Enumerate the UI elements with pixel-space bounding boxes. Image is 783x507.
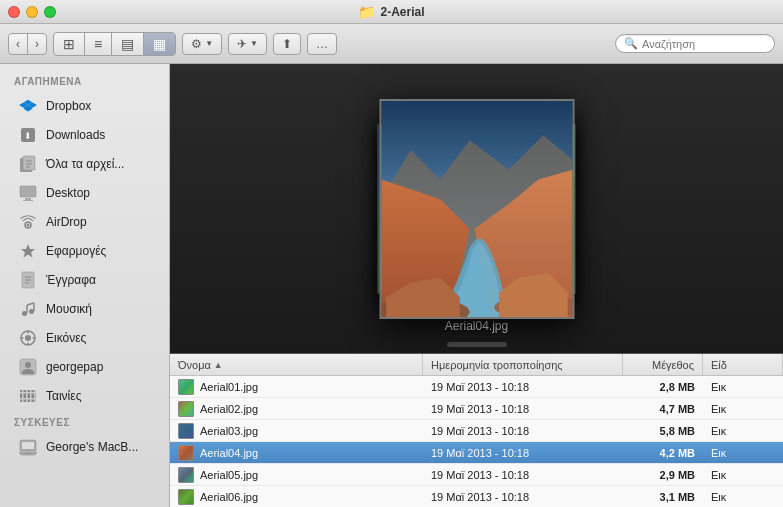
table-row[interactable]: Aerial05.jpg 19 Μαϊ 2013 - 10:18 2,9 MB … <box>170 464 783 486</box>
file-cell-size: 4,7 MB <box>623 398 703 419</box>
docs-icon <box>18 270 38 290</box>
file-cell-date: 19 Μαϊ 2013 - 10:18 <box>423 486 623 507</box>
file-cell-size: 5,8 MB <box>623 420 703 441</box>
file-thumbnail <box>178 379 194 395</box>
window-title: 📁 2-Aerial <box>358 4 424 20</box>
file-name-label: Aerial01.jpg <box>200 381 258 393</box>
sidebar-section-devices: ΣΥΣΚΕΥΕΣ <box>0 411 169 432</box>
sidebar-item-desktop[interactable]: Desktop <box>4 179 165 207</box>
close-button[interactable] <box>8 6 20 18</box>
file-cell-kind: Εικ <box>703 442 783 463</box>
svg-rect-39 <box>30 390 32 402</box>
upload-icon: ⬆ <box>282 37 292 51</box>
sidebar-item-mac[interactable]: George's MacB... <box>4 433 165 461</box>
view-columns-button[interactable]: ▤ <box>112 33 144 55</box>
table-row[interactable]: Aerial02.jpg 19 Μαϊ 2013 - 10:18 4,7 MB … <box>170 398 783 420</box>
file-cell-name: Aerial03.jpg <box>170 420 423 441</box>
file-cell-date: 19 Μαϊ 2013 - 10:18 <box>423 398 623 419</box>
cover-item-center[interactable] <box>379 99 574 319</box>
table-row[interactable]: Aerial04.jpg 19 Μαϊ 2013 - 10:18 4,2 MB … <box>170 442 783 464</box>
sidebar-item-all-files[interactable]: Όλα τα αρχεί... <box>4 150 165 178</box>
music-icon <box>18 299 38 319</box>
desktop-icon <box>18 183 38 203</box>
file-cell-size: 4,2 MB <box>623 442 703 463</box>
dropbox-icon <box>18 96 38 116</box>
sidebar-item-music[interactable]: Μουσική <box>4 295 165 323</box>
file-list-header: Όνομα ▲ Ημερομηνία τροποποίησης Μέγεθος … <box>170 354 783 376</box>
svg-point-16 <box>27 224 30 227</box>
sidebar-label-user: georgepap <box>46 360 103 374</box>
col-header-size[interactable]: Μέγεθος <box>623 354 703 375</box>
sidebar-label-dropbox: Dropbox <box>46 99 91 113</box>
nav-buttons: ‹ › <box>8 33 47 55</box>
table-row[interactable]: Aerial06.jpg 19 Μαϊ 2013 - 10:18 3,1 MB … <box>170 486 783 507</box>
file-name-label: Aerial06.jpg <box>200 491 258 503</box>
view-icon-button[interactable]: ⊞ <box>54 33 85 55</box>
view-list-button[interactable]: ≡ <box>85 33 112 55</box>
svg-line-25 <box>27 303 34 305</box>
back-button[interactable]: ‹ <box>9 34 28 54</box>
file-rows-container: Aerial01.jpg 19 Μαϊ 2013 - 10:18 2,8 MB … <box>170 376 783 507</box>
file-cell-kind: Εικ <box>703 420 783 441</box>
sidebar-item-pictures[interactable]: Εικόνες <box>4 324 165 352</box>
svg-rect-42 <box>22 442 34 449</box>
sidebar-item-airdrop[interactable]: AirDrop <box>4 208 165 236</box>
upload-button[interactable]: ⬆ <box>273 33 301 55</box>
svg-rect-13 <box>25 198 31 200</box>
file-cell-size: 3,1 MB <box>623 486 703 507</box>
airdrop-icon: ✈ <box>237 37 247 51</box>
sidebar-label-desktop: Desktop <box>46 186 90 200</box>
view-coverflow-button[interactable]: ▦ <box>144 33 175 55</box>
search-input[interactable] <box>642 38 766 50</box>
toolbar: ‹ › ⊞ ≡ ▤ ▦ ⚙ ▼ ✈ ▼ ⬆ … 🔍 <box>0 24 783 64</box>
sidebar-label-pictures: Εικόνες <box>46 331 86 345</box>
svg-rect-37 <box>22 390 24 402</box>
sidebar-label-all-files: Όλα τα αρχεί... <box>46 157 124 171</box>
file-cell-kind: Εικ <box>703 486 783 507</box>
minimize-button[interactable] <box>26 6 38 18</box>
svg-rect-38 <box>26 390 28 402</box>
sidebar-label-movies: Ταινίες <box>46 389 81 403</box>
airdrop-sidebar-icon <box>18 212 38 232</box>
file-name-label: Aerial02.jpg <box>200 403 258 415</box>
sidebar-item-movies[interactable]: Ταινίες <box>4 382 165 410</box>
table-row[interactable]: Aerial01.jpg 19 Μαϊ 2013 - 10:18 2,8 MB … <box>170 376 783 398</box>
pictures-icon <box>18 328 38 348</box>
cover-flow-container: Aerial04.jpg <box>170 64 783 353</box>
sidebar-item-dropbox[interactable]: Dropbox <box>4 92 165 120</box>
table-row[interactable]: Aerial03.jpg 19 Μαϊ 2013 - 10:18 5,8 MB … <box>170 420 783 442</box>
sidebar-item-downloads[interactable]: ⬇ Downloads <box>4 121 165 149</box>
sidebar-item-docs[interactable]: Έγγραφα <box>4 266 165 294</box>
file-cell-kind: Εικ <box>703 376 783 397</box>
svg-rect-40 <box>34 390 36 402</box>
cover-flow[interactable]: Aerial04.jpg <box>170 64 783 354</box>
file-cell-kind: Εικ <box>703 398 783 419</box>
file-thumbnail <box>178 445 194 461</box>
file-name-label: Aerial05.jpg <box>200 469 258 481</box>
col-header-date[interactable]: Ημερομηνία τροποποίησης <box>423 354 623 375</box>
cover-flow-handle[interactable] <box>447 342 507 347</box>
sort-arrow-icon: ▲ <box>214 360 223 370</box>
file-cell-name: Aerial02.jpg <box>170 398 423 419</box>
sidebar-item-user[interactable]: georgepap <box>4 353 165 381</box>
file-cell-name: Aerial05.jpg <box>170 464 423 485</box>
maximize-button[interactable] <box>44 6 56 18</box>
view-buttons: ⊞ ≡ ▤ ▦ <box>53 32 176 56</box>
titlebar: 📁 2-Aerial <box>0 0 783 24</box>
badge-button[interactable]: … <box>307 33 337 55</box>
action-button[interactable]: ⚙ ▼ <box>182 33 222 55</box>
forward-button[interactable]: › <box>28 34 46 54</box>
svg-point-27 <box>25 335 31 341</box>
file-cell-size: 2,8 MB <box>623 376 703 397</box>
svg-rect-43 <box>25 453 31 454</box>
file-name-label: Aerial04.jpg <box>200 447 258 459</box>
sidebar-item-apps[interactable]: Εφαρμογές <box>4 237 165 265</box>
folder-icon: 📁 <box>358 4 375 20</box>
col-header-name[interactable]: Όνομα ▲ <box>170 354 423 375</box>
downloads-icon: ⬇ <box>18 125 38 145</box>
mac-icon <box>18 437 38 457</box>
col-header-kind[interactable]: Είδ <box>703 354 783 375</box>
apps-icon <box>18 241 38 261</box>
search-box: 🔍 <box>615 34 775 53</box>
share-button[interactable]: ✈ ▼ <box>228 33 267 55</box>
